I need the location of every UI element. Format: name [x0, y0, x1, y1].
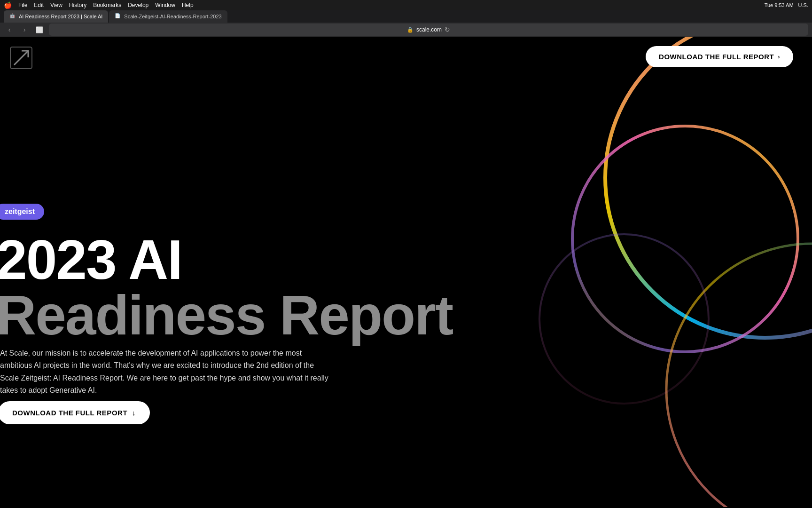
download-arrow-bottom: ↓	[132, 409, 136, 417]
menu-bookmarks[interactable]: Bookmarks	[93, 2, 121, 8]
menu-file[interactable]: File	[18, 2, 27, 8]
tab-2[interactable]: 📄 Scale-Zeitgeist-AI-Readiness-Report-20…	[109, 10, 227, 23]
reader-button[interactable]: ⬜	[34, 24, 45, 35]
svg-point-2	[605, 37, 812, 338]
zeitgeist-badge: zeitgeist	[0, 204, 44, 220]
heading-line-2: Readiness Report	[0, 287, 453, 343]
reload-button[interactable]: ↻	[445, 26, 450, 33]
menu-help[interactable]: Help	[182, 2, 194, 8]
tab-1-label: AI Readiness Report 2023 | Scale AI	[19, 14, 102, 19]
browser-toolbar: ‹ › ⬜ 🔒 scale.com ↻	[0, 23, 812, 37]
menu-bar-left: 🍎 File Edit View History Bookmarks Devel…	[4, 1, 194, 9]
menu-develop[interactable]: Develop	[128, 2, 148, 8]
tab-bar: 🤖 AI Readiness Report 2023 | Scale AI 📄 …	[0, 10, 812, 23]
apple-menu[interactable]: 🍎	[4, 1, 12, 9]
zeitgeist-label: zeitgeist	[5, 207, 35, 215]
body-text: At Scale, our mission is to accelerate t…	[0, 347, 329, 397]
main-heading: 2023 AI Readiness Report	[0, 232, 453, 343]
download-button-bottom-label: DOWNLOAD THE FULL REPORT	[12, 409, 127, 417]
address-text: scale.com	[416, 26, 442, 33]
menu-bar-right: Tue 9:53 AM U.S.	[765, 2, 808, 8]
lock-icon: 🔒	[407, 27, 414, 33]
menu-bar: 🍎 File Edit View History Bookmarks Devel…	[0, 0, 812, 10]
menu-history[interactable]: History	[69, 2, 86, 8]
address-bar[interactable]: 🔒 scale.com ↻	[49, 24, 808, 36]
download-chevron-top: ›	[778, 53, 780, 60]
menu-locale: U.S.	[798, 2, 808, 8]
heading-line-1: 2023 AI	[0, 232, 453, 287]
tab-2-label: Scale-Zeitgeist-AI-Readiness-Report-2023	[124, 14, 221, 19]
back-button[interactable]: ‹	[4, 24, 15, 35]
menu-clock: Tue 9:53 AM	[765, 2, 794, 8]
browser-chrome: 🤖 AI Readiness Report 2023 | Scale AI 📄 …	[0, 10, 812, 37]
tab-2-favicon: 📄	[115, 13, 121, 20]
tab-1-favicon: 🤖	[9, 13, 16, 20]
tab-1[interactable]: 🤖 AI Readiness Report 2023 | Scale AI	[4, 10, 108, 23]
download-button-bottom[interactable]: DOWNLOAD THE FULL REPORT ↓	[0, 401, 150, 424]
site-content: DOWNLOAD THE FULL REPORT ›	[0, 37, 812, 508]
menu-view[interactable]: View	[50, 2, 62, 8]
menu-window[interactable]: Window	[155, 2, 175, 8]
download-button-top[interactable]: DOWNLOAD THE FULL REPORT ›	[646, 46, 793, 67]
menu-edit[interactable]: Edit	[34, 2, 44, 8]
svg-line-1	[14, 51, 28, 65]
scale-logo	[9, 46, 33, 70]
forward-button[interactable]: ›	[19, 24, 30, 35]
download-button-top-label: DOWNLOAD THE FULL REPORT	[659, 53, 774, 61]
